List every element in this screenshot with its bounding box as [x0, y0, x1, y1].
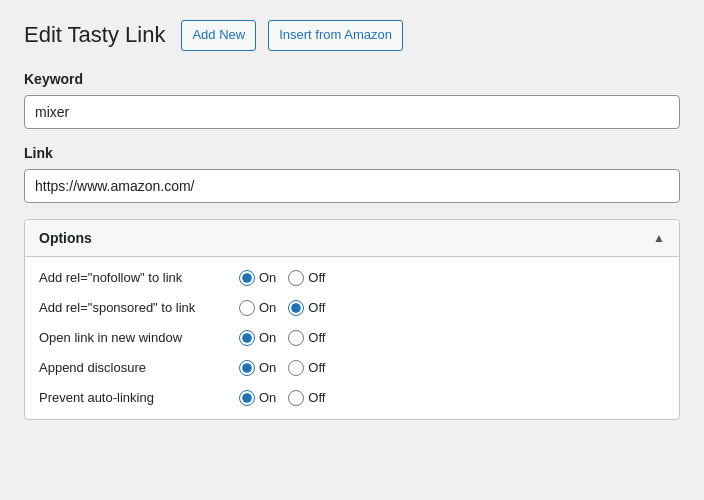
on-radio-label[interactable]: On: [239, 390, 276, 406]
off-radio-label[interactable]: Off: [288, 300, 325, 316]
off-radio[interactable]: [288, 330, 304, 346]
off-radio[interactable]: [288, 300, 304, 316]
off-radio-label[interactable]: Off: [288, 360, 325, 376]
on-label: On: [259, 300, 276, 315]
options-body: Add rel="nofollow" to linkOnOffAdd rel="…: [25, 257, 679, 419]
off-radio-label[interactable]: Off: [288, 270, 325, 286]
options-box: Options ▲ Add rel="nofollow" to linkOnOf…: [24, 219, 680, 420]
options-header[interactable]: Options ▲: [25, 220, 679, 257]
radio-group: OnOff: [239, 300, 333, 316]
option-label: Prevent auto-linking: [39, 390, 239, 405]
on-radio[interactable]: [239, 270, 255, 286]
off-label: Off: [308, 300, 325, 315]
option-label: Append disclosure: [39, 360, 239, 375]
off-radio-label[interactable]: Off: [288, 330, 325, 346]
link-label: Link: [24, 145, 680, 161]
option-row: Prevent auto-linkingOnOff: [25, 383, 679, 413]
on-label: On: [259, 360, 276, 375]
off-radio[interactable]: [288, 360, 304, 376]
radio-group: OnOff: [239, 330, 333, 346]
option-label: Add rel="sponsored" to link: [39, 300, 239, 315]
off-label: Off: [308, 360, 325, 375]
on-label: On: [259, 270, 276, 285]
on-radio[interactable]: [239, 390, 255, 406]
on-radio[interactable]: [239, 360, 255, 376]
on-radio-label[interactable]: On: [239, 330, 276, 346]
option-row: Add rel="nofollow" to linkOnOff: [25, 263, 679, 293]
collapse-icon: ▲: [653, 231, 665, 245]
on-radio-label[interactable]: On: [239, 360, 276, 376]
radio-group: OnOff: [239, 390, 333, 406]
option-label: Open link in new window: [39, 330, 239, 345]
link-section: Link: [24, 145, 680, 203]
on-radio[interactable]: [239, 300, 255, 316]
options-title: Options: [39, 230, 92, 246]
on-radio[interactable]: [239, 330, 255, 346]
page-title: Edit Tasty Link: [24, 22, 165, 48]
on-label: On: [259, 390, 276, 405]
radio-group: OnOff: [239, 270, 333, 286]
keyword-section: Keyword: [24, 71, 680, 129]
link-input[interactable]: [24, 169, 680, 203]
on-radio-label[interactable]: On: [239, 270, 276, 286]
option-label: Add rel="nofollow" to link: [39, 270, 239, 285]
on-radio-label[interactable]: On: [239, 300, 276, 316]
add-new-button[interactable]: Add New: [181, 20, 256, 51]
off-label: Off: [308, 270, 325, 285]
off-radio[interactable]: [288, 270, 304, 286]
page-header: Edit Tasty Link Add New Insert from Amaz…: [24, 20, 680, 51]
on-label: On: [259, 330, 276, 345]
off-radio-label[interactable]: Off: [288, 390, 325, 406]
option-row: Append disclosureOnOff: [25, 353, 679, 383]
off-radio[interactable]: [288, 390, 304, 406]
off-label: Off: [308, 330, 325, 345]
off-label: Off: [308, 390, 325, 405]
insert-from-amazon-button[interactable]: Insert from Amazon: [268, 20, 403, 51]
keyword-input[interactable]: [24, 95, 680, 129]
radio-group: OnOff: [239, 360, 333, 376]
option-row: Add rel="sponsored" to linkOnOff: [25, 293, 679, 323]
keyword-label: Keyword: [24, 71, 680, 87]
option-row: Open link in new windowOnOff: [25, 323, 679, 353]
